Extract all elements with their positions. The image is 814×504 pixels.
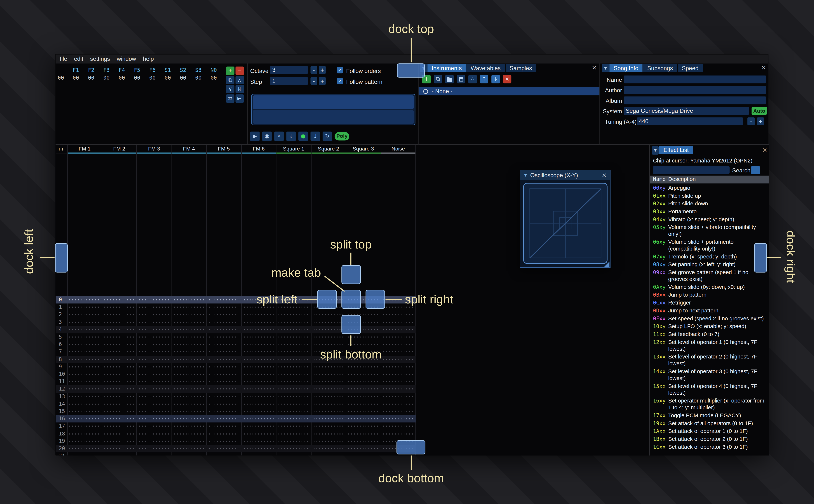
pattern-cell[interactable] [172,326,207,333]
order-channel-header-s2[interactable]: S2 [175,67,191,73]
pattern-cell[interactable] [67,326,102,333]
pattern-cell[interactable] [346,430,381,438]
step-increase-button[interactable]: + [319,77,326,85]
pattern-cell[interactable] [346,452,381,456]
pattern-cell[interactable] [172,333,207,341]
follow-pattern-checkbox[interactable]: ✓ [337,78,343,84]
pattern-cell[interactable] [102,393,137,400]
pattern-cell[interactable] [276,371,311,378]
tab-speed[interactable]: Speed [678,64,703,72]
pattern-cell[interactable] [346,408,381,415]
pattern-cell[interactable] [102,319,137,326]
pattern-cell[interactable] [346,393,381,400]
effect-list-menu-icon[interactable]: ≡ [751,166,760,174]
pattern-cell[interactable] [102,408,137,415]
pattern-cell[interactable] [172,415,207,423]
pattern-cell[interactable] [137,393,172,400]
pattern-cell[interactable] [102,356,137,363]
oscilloscope-collapse-icon[interactable]: ▼ [524,173,528,178]
pattern-cell[interactable] [381,378,416,385]
pattern-cell[interactable] [67,296,102,304]
tab-wavetables[interactable]: Wavetables [467,64,505,72]
tab-samples[interactable]: Samples [506,64,536,72]
poly-mode-button[interactable]: Poly [334,132,349,141]
pattern-cell[interactable] [241,363,276,370]
pattern-cell[interactable] [276,333,311,341]
stop-button[interactable]: ● [298,132,308,141]
pattern-cell[interactable] [67,393,102,400]
order-cell[interactable]: 00 [160,75,175,81]
pattern-cell[interactable] [207,333,241,341]
pattern-cell[interactable] [276,452,311,456]
pattern-cell[interactable] [172,371,207,378]
oscilloscope-close-icon[interactable]: × [602,172,607,179]
pattern-cell[interactable] [381,371,416,378]
play-pattern-button[interactable]: ◉ [262,132,272,141]
pattern-cell[interactable] [172,311,207,318]
open-instrument-button[interactable] [445,75,454,83]
save-instrument-button[interactable] [457,75,465,83]
pattern-cell[interactable] [137,341,172,348]
pattern-cell[interactable] [207,341,241,348]
channel-header-square-3[interactable]: Square 3 [346,146,380,153]
channel-header-fm-2[interactable]: FM 2 [102,146,136,153]
pattern-cell[interactable] [102,341,137,348]
duplicate-order-end-button[interactable]: ⇊ [235,85,244,93]
pattern-cell[interactable] [137,311,172,318]
pattern-cell[interactable] [241,311,276,318]
pattern-cell[interactable] [381,311,416,318]
pattern-cell[interactable] [172,348,207,356]
pattern-cell[interactable] [381,385,416,393]
order-channel-header-f5[interactable]: F5 [129,67,145,73]
pattern-cell[interactable] [207,393,241,400]
pattern-cell[interactable] [276,311,311,318]
pattern-cell[interactable] [207,430,241,438]
pattern-cell[interactable] [241,371,276,378]
metronome-button[interactable]: ♩ [310,132,320,141]
pattern-cell[interactable] [137,319,172,326]
pattern-cell[interactable] [137,348,172,356]
pattern-cell[interactable] [311,319,346,326]
pattern-cell[interactable] [276,385,311,393]
effect-row-13xx[interactable]: 13xxSet level of operator 2 (0 highest, … [650,353,769,367]
pattern-cell[interactable] [276,430,311,438]
pattern-cell[interactable] [67,452,102,456]
pattern-cell[interactable] [67,438,102,445]
pattern-cell[interactable] [311,371,346,378]
step-input[interactable] [270,77,308,85]
menu-item-window[interactable]: window [117,56,136,62]
pattern-cell[interactable] [67,415,102,423]
pattern-cell[interactable] [207,445,241,452]
pattern-cell[interactable] [276,408,311,415]
effect-row-1Cxx[interactable]: 1CxxSet attack of operator 3 (0 to 1F) [650,443,769,451]
pattern-cell[interactable] [172,423,207,430]
channel-header-fm-6[interactable]: FM 6 [241,146,276,153]
dock-top-button[interactable] [397,63,425,78]
pattern-cell[interactable] [241,341,276,348]
pattern-cell[interactable] [241,333,276,341]
pattern-cell[interactable] [346,333,381,341]
effect-list-close-icon[interactable]: × [762,147,767,154]
effect-row-1Bxx[interactable]: 1BxxSet attack of operator 2 (0 to 1F) [650,435,769,443]
pattern-cell[interactable] [241,348,276,356]
step-one-row-button[interactable]: ↓ [286,132,296,141]
pattern-cell[interactable] [207,423,241,430]
pattern-cell[interactable] [381,415,416,423]
pattern-cell[interactable] [311,430,346,438]
pattern-cell[interactable] [102,452,137,456]
step-decrease-button[interactable]: - [310,77,317,85]
pattern-cell[interactable] [207,304,241,311]
effect-row-14xx[interactable]: 14xxSet level of operator 3 (0 highest, … [650,367,769,382]
change-all-orders-button[interactable]: ⇄ [226,94,234,103]
pattern-cell[interactable] [137,400,172,408]
resize-grip[interactable] [604,262,609,267]
pattern-cell[interactable] [276,400,311,408]
pattern-cell[interactable] [102,311,137,318]
order-cell[interactable]: 00 [191,75,206,81]
effect-row-05xy[interactable]: 05xyVolume slide + vibrato (compatibilit… [650,223,769,238]
pattern-cell[interactable] [172,400,207,408]
menu-item-file[interactable]: file [60,56,67,62]
move-instrument-up-button[interactable]: ↑ [480,75,489,83]
menu-item-edit[interactable]: edit [74,56,83,62]
order-cell[interactable]: 00 [145,75,160,81]
